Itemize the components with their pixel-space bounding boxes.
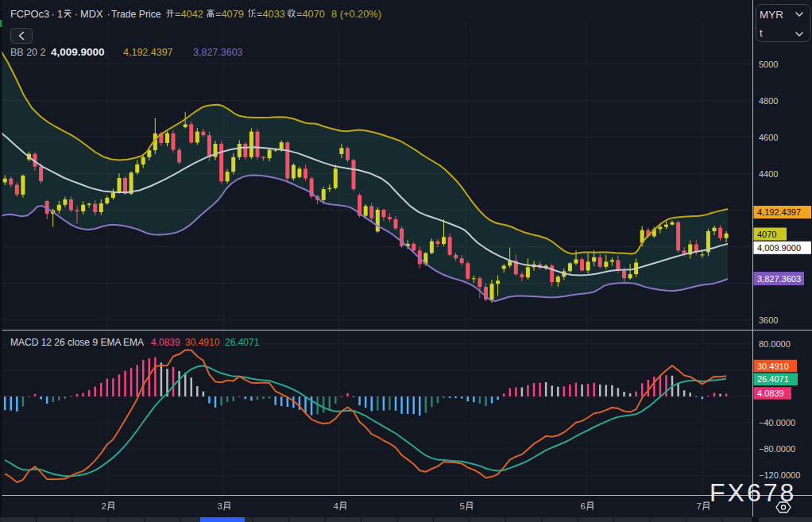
svg-text:4600: 4600	[759, 133, 778, 142]
svg-text:−120.0000: −120.0000	[759, 470, 800, 480]
svg-text:4,192.4397: 4,192.4397	[757, 207, 801, 217]
svg-text:4.0839: 4.0839	[757, 389, 784, 398]
svg-text:26.4071: 26.4071	[757, 374, 789, 384]
svg-text:3600: 3600	[759, 315, 778, 325]
svg-text:8 (+0.20%): 8 (+0.20%)	[331, 8, 381, 20]
svg-text:5000: 5000	[759, 60, 778, 69]
svg-text:MDX: MDX	[80, 8, 103, 20]
svg-text:=4042: =4042	[175, 8, 203, 20]
svg-text:FCPOc3: FCPOc3	[10, 8, 49, 20]
svg-text:·: ·	[52, 8, 55, 20]
svg-text:BB 20 2: BB 20 2	[10, 47, 46, 58]
svg-text:4,009.9000: 4,009.9000	[51, 46, 105, 58]
svg-text:30.4910: 30.4910	[757, 362, 789, 371]
svg-text:t: t	[760, 27, 763, 39]
svg-text:MACD 12 26 close 9 EMA EMA: MACD 12 26 close 9 EMA EMA	[10, 337, 144, 348]
svg-text:MYR: MYR	[760, 9, 783, 21]
svg-text:·: ·	[107, 8, 110, 20]
svg-text:=4079: =4079	[215, 8, 244, 20]
svg-text:3: 3	[218, 501, 222, 511]
svg-text:Trade Price: Trade Price	[111, 9, 161, 20]
svg-text:=4070: =4070	[296, 8, 325, 20]
svg-text:4070: 4070	[757, 230, 776, 239]
svg-text:6: 6	[581, 501, 586, 511]
svg-text:80.0000: 80.0000	[759, 339, 791, 349]
svg-text:26.4071: 26.4071	[225, 337, 260, 348]
svg-text:2: 2	[102, 501, 106, 511]
svg-text:4800: 4800	[759, 96, 778, 106]
svg-text:3,827.3603: 3,827.3603	[757, 274, 801, 284]
svg-text:30.4910: 30.4910	[185, 337, 220, 348]
svg-text:4: 4	[334, 501, 339, 511]
svg-text:4,192.4397: 4,192.4397	[123, 47, 173, 58]
svg-text:4400: 4400	[759, 169, 778, 179]
svg-text:5: 5	[460, 501, 465, 511]
svg-text:4,009.9000: 4,009.9000	[757, 243, 801, 253]
svg-text:−40.0000: −40.0000	[759, 418, 795, 427]
svg-text:=4033: =4033	[257, 8, 285, 20]
svg-text:3,827.3603: 3,827.3603	[193, 47, 243, 58]
svg-text:4.0839: 4.0839	[151, 337, 180, 348]
svg-text:·: ·	[75, 8, 78, 20]
svg-text:−80.0000: −80.0000	[759, 444, 795, 454]
svg-text:1: 1	[57, 8, 63, 20]
svg-text:7: 7	[697, 501, 702, 511]
